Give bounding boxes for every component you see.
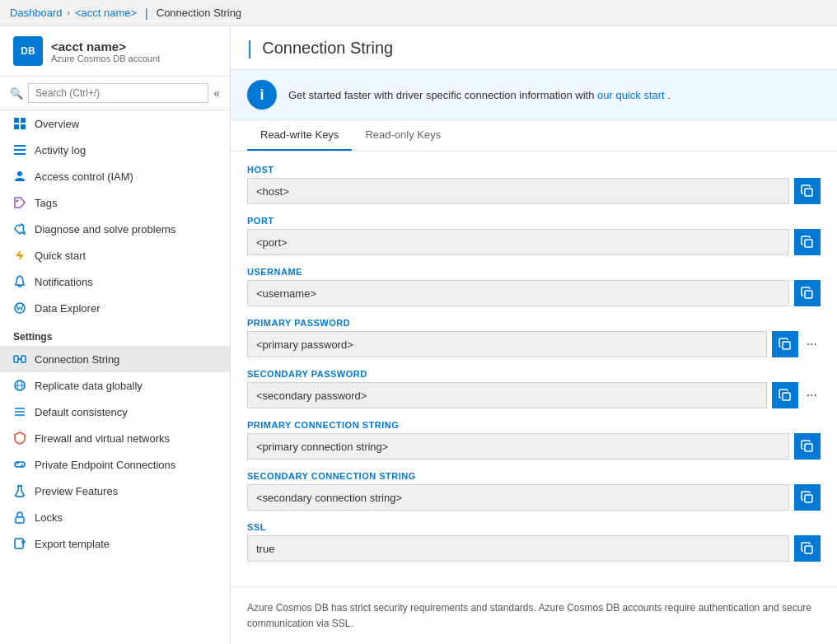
sidebar-label-data-explorer: Data Explorer bbox=[35, 302, 100, 315]
copy-host-button[interactable] bbox=[794, 178, 821, 204]
collapse-icon[interactable]: « bbox=[213, 86, 220, 100]
sidebar-item-default-consistency[interactable]: Default consistency bbox=[0, 399, 230, 425]
field-label-port: PORT bbox=[247, 216, 821, 226]
consistency-icon bbox=[13, 405, 26, 418]
svg-rect-5 bbox=[14, 149, 26, 151]
sidebar-item-data-explorer[interactable]: Data Explorer bbox=[0, 295, 230, 321]
field-input-port[interactable] bbox=[247, 229, 789, 255]
svg-rect-3 bbox=[21, 124, 26, 129]
field-label-primary-password: PRIMARY PASSWORD bbox=[247, 318, 821, 328]
more-secondary-password-button[interactable]: ··· bbox=[803, 388, 821, 403]
sidebar-nav: Overview Activity log Access control (IA… bbox=[0, 110, 230, 644]
shield-icon bbox=[13, 432, 26, 445]
svg-rect-12 bbox=[21, 356, 26, 362]
page-title: Connection String bbox=[262, 39, 393, 58]
content-area: | Connection String i Get started faster… bbox=[231, 26, 837, 644]
globe-icon bbox=[13, 379, 26, 392]
field-ssl: SSL bbox=[247, 522, 821, 562]
sidebar-label-firewall: Firewall and virtual networks bbox=[35, 432, 170, 445]
field-input-primary-password[interactable] bbox=[247, 331, 767, 357]
sidebar-label-preview-features: Preview Features bbox=[35, 485, 118, 497]
footer-note: Azure Cosmos DB has strict security requ… bbox=[231, 586, 837, 644]
sidebar-label-overview: Overview bbox=[35, 118, 79, 130]
breadcrumb-dashboard[interactable]: Dashboard bbox=[10, 7, 63, 19]
field-host: HOST bbox=[247, 165, 821, 204]
sidebar-item-private-endpoint[interactable]: Private Endpoint Connections bbox=[0, 451, 230, 478]
copy-secondary-password-button[interactable] bbox=[772, 382, 798, 408]
svg-rect-27 bbox=[783, 342, 790, 349]
field-label-host: HOST bbox=[247, 165, 821, 175]
lock-icon bbox=[13, 511, 26, 524]
tabs: Read-write Keys Read-only Keys bbox=[231, 120, 837, 152]
tab-read-only[interactable]: Read-only Keys bbox=[352, 120, 454, 151]
fields-area: HOST PORT US bbox=[231, 152, 837, 586]
svg-rect-22 bbox=[15, 539, 23, 548]
sidebar-label-private-endpoint: Private Endpoint Connections bbox=[35, 459, 175, 471]
sidebar-label-export-template: Export template bbox=[35, 538, 110, 550]
svg-rect-29 bbox=[805, 444, 812, 451]
wrench-icon bbox=[13, 222, 26, 236]
sidebar-label-default-consistency: Default consistency bbox=[35, 406, 128, 418]
field-input-ssl[interactable] bbox=[247, 535, 789, 562]
quick-start-link[interactable]: our quick start bbox=[597, 89, 665, 101]
svg-rect-24 bbox=[805, 189, 812, 196]
sidebar-item-quick-start[interactable]: Quick start bbox=[0, 242, 230, 268]
sidebar-item-overview[interactable]: Overview bbox=[0, 110, 230, 137]
info-text: Get started faster with driver specific … bbox=[288, 89, 671, 101]
search-input[interactable] bbox=[28, 83, 208, 103]
copy-secondary-conn-str-button[interactable] bbox=[794, 484, 821, 511]
field-label-secondary-password: SECONDARY PASSWORD bbox=[247, 369, 821, 379]
sidebar-item-replicate[interactable]: Replicate data globally bbox=[0, 372, 230, 399]
info-icon: i bbox=[247, 80, 277, 110]
field-input-username[interactable] bbox=[247, 280, 789, 306]
copy-username-button[interactable] bbox=[794, 280, 821, 306]
sidebar-item-connection-string[interactable]: Connection String bbox=[0, 346, 230, 372]
account-header: DB <acct name> Azure Cosmos DB account bbox=[0, 26, 230, 77]
svg-rect-6 bbox=[14, 153, 26, 155]
svg-rect-1 bbox=[21, 118, 26, 123]
sidebar-label-locks: Locks bbox=[35, 511, 63, 524]
person-shield-icon bbox=[13, 170, 26, 183]
field-input-secondary-password[interactable] bbox=[247, 382, 767, 408]
sidebar-item-access-control[interactable]: Access control (IAM) bbox=[0, 163, 230, 189]
svg-rect-25 bbox=[805, 240, 812, 247]
account-subtitle: Azure Cosmos DB account bbox=[51, 54, 217, 63]
sidebar-item-activity-log[interactable]: Activity log bbox=[0, 137, 230, 163]
breadcrumb-acct[interactable]: <acct name> bbox=[75, 7, 137, 19]
field-input-secondary-conn-str[interactable] bbox=[247, 484, 789, 511]
tab-read-write[interactable]: Read-write Keys bbox=[247, 120, 352, 151]
grid-icon bbox=[13, 117, 26, 130]
svg-point-7 bbox=[17, 171, 22, 176]
breadcrumb-sep1: › bbox=[68, 8, 70, 17]
sidebar-item-tags[interactable]: Tags bbox=[0, 189, 230, 216]
svg-rect-2 bbox=[14, 124, 19, 129]
field-label-ssl: SSL bbox=[247, 522, 821, 532]
field-secondary-password: SECONDARY PASSWORD ··· bbox=[247, 369, 821, 408]
field-input-host[interactable] bbox=[247, 178, 789, 204]
svg-rect-11 bbox=[14, 356, 18, 362]
copy-ssl-button[interactable] bbox=[794, 535, 821, 562]
db-icon: DB bbox=[13, 36, 43, 66]
more-primary-password-button[interactable]: ··· bbox=[803, 337, 821, 352]
copy-primary-password-button[interactable] bbox=[772, 331, 798, 357]
sidebar-label-diagnose: Diagnose and solve problems bbox=[35, 223, 175, 236]
sidebar-label-quick-start: Quick start bbox=[35, 250, 86, 262]
sidebar-label-tags: Tags bbox=[35, 197, 57, 209]
copy-port-button[interactable] bbox=[794, 229, 821, 255]
sidebar-item-notifications[interactable]: Notifications bbox=[0, 268, 230, 295]
sidebar-item-diagnose[interactable]: Diagnose and solve problems bbox=[0, 216, 230, 242]
account-name: <acct name> bbox=[51, 40, 217, 54]
sidebar-item-firewall[interactable]: Firewall and virtual networks bbox=[0, 425, 230, 451]
sidebar-item-export-template[interactable]: Export template bbox=[0, 530, 230, 557]
svg-marker-9 bbox=[16, 250, 24, 261]
field-primary-password: PRIMARY PASSWORD ··· bbox=[247, 318, 821, 357]
sidebar-label-access-control: Access control (IAM) bbox=[35, 170, 133, 183]
field-input-primary-conn-str[interactable] bbox=[247, 433, 789, 460]
sidebar-item-preview-features[interactable]: Preview Features bbox=[0, 478, 230, 504]
sidebar-label-replicate: Replicate data globally bbox=[35, 380, 143, 392]
search-icon: 🔍 bbox=[10, 87, 23, 100]
field-primary-conn-str: PRIMARY CONNECTION STRING bbox=[247, 420, 821, 460]
copy-primary-conn-str-button[interactable] bbox=[794, 433, 821, 460]
sidebar: DB <acct name> Azure Cosmos DB account 🔍… bbox=[0, 26, 231, 644]
sidebar-item-locks[interactable]: Locks bbox=[0, 504, 230, 530]
